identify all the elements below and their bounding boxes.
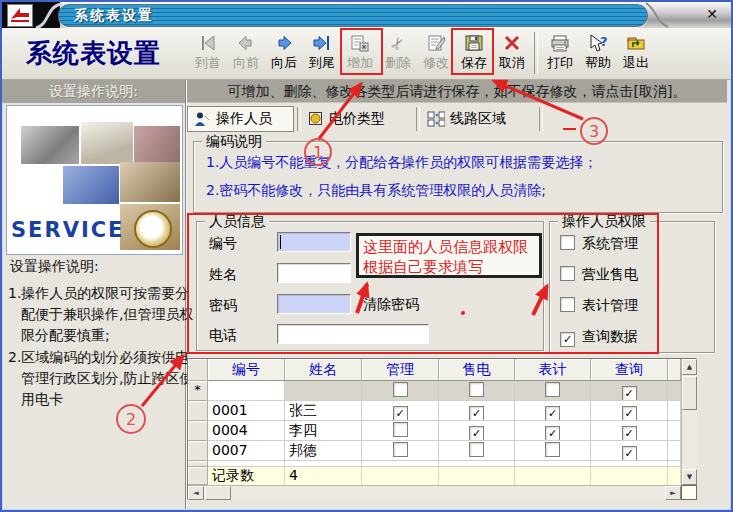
close-button[interactable]: ✕ [702,5,722,24]
row-selector[interactable] [188,421,208,441]
grid-header-query[interactable]: 查询 [591,359,668,381]
grid-checkbox[interactable]: ✓ [545,406,560,421]
coding-note-1: 1.人员编号不能重复，分配给各操作员的权限可根据需要选择； [206,154,597,172]
phone-input[interactable] [277,324,429,344]
price-type-icon [308,111,324,127]
perm-sales-checkbox[interactable] [560,266,575,281]
toolbar-button-cancel[interactable]: 取消 [493,30,531,78]
photo-tile-watch [120,204,180,250]
grid-header-id[interactable]: 编号 [208,359,285,381]
grid-header-filler [668,359,681,381]
grid-header-sales[interactable]: 售电 [439,359,515,381]
grid-checkbox[interactable]: ✓ [622,426,637,441]
perm-label: 查询数据 [582,328,638,344]
app-window: 系统表设置 ✕ 系统表设置 到首 向前 向后 到尾 增加 ✂ 删除 [0,0,733,512]
staff-name-input[interactable] [277,263,351,283]
grid-footer-row: 记录数 4 [188,467,696,485]
service-photo-collage: SERVICE [6,105,183,255]
toolbar-label: 向后 [265,56,303,70]
cell-query: ✓ [591,401,668,421]
scroll-up-button[interactable]: ▲ [682,359,697,375]
toolbar-button-modify[interactable]: 修改 [417,30,455,78]
vertical-scrollbar[interactable]: ▲ ▼ [681,359,698,485]
toolbar-button-print[interactable]: 打印 [541,30,579,78]
grid-checkbox[interactable]: ✓ [393,406,408,421]
scroll-right-button[interactable]: ► [665,486,681,500]
cell-name[interactable]: 邦德 [285,441,362,461]
perm-query-checkbox[interactable]: ✓ [560,332,575,347]
toolbar-button-help[interactable]: ? 帮助 [579,30,617,78]
cell-id[interactable]: 0007 [208,441,285,461]
cell-sales: ✓ [439,421,515,441]
horizontal-scrollbar[interactable]: ◄ ► [188,485,682,501]
grid-checkbox[interactable] [469,442,484,457]
cell-name[interactable]: 张三 [285,401,362,421]
toolbar-button-first[interactable]: 到首 [189,30,227,78]
next-icon [265,30,303,56]
cell-sales [439,381,515,401]
toolbar-label: 增加 [341,56,379,70]
grid-checkbox[interactable]: ✓ [622,406,637,421]
horizontal-scroll-thumb[interactable] [205,486,231,500]
toolbar-button-next[interactable]: 向后 [265,30,303,78]
grid-checkbox[interactable]: ✓ [469,406,484,421]
toolbar-label: 保存 [455,56,493,70]
row-selector [188,467,208,485]
toolbar-button-save[interactable]: 保存 [455,30,493,78]
grid-checkbox[interactable] [393,442,408,457]
grid-checkbox[interactable]: ✓ [545,426,560,441]
callout-3-number: 3 [589,122,599,141]
perm-system-checkbox[interactable] [560,235,575,250]
toolbar-button-exit[interactable]: 退出 [617,30,655,78]
toolbar-button-last[interactable]: 到尾 [303,30,341,78]
grid-checkbox[interactable] [393,422,408,437]
cell-id[interactable]: 0001 [208,401,285,421]
tab-operators[interactable]: 操作人员 [187,106,294,132]
vertical-scroll-thumb[interactable] [682,376,697,410]
grid-checkbox[interactable] [545,442,560,457]
grid-checkbox[interactable]: ✓ [622,446,637,461]
toolbar: 到首 向前 向后 到尾 增加 ✂ 删除 修改 保存 [185,28,731,80]
grid-checkbox[interactable]: ✓ [622,386,637,401]
cell-id[interactable] [208,381,285,401]
grid-header-name[interactable]: 姓名 [285,359,362,381]
tab-label: 电价类型 [329,110,385,128]
scroll-down-button[interactable]: ▼ [682,469,697,485]
cell-query: ✓ [591,421,668,441]
sidebar-header: 设置操作说明: [2,80,185,103]
grid-checkbox[interactable] [469,382,484,397]
row-selector[interactable] [188,401,208,421]
scroll-left-button[interactable]: ◄ [188,486,204,500]
exit-icon [617,30,655,56]
grid-checkbox[interactable] [545,382,560,397]
grid-checkbox[interactable]: ✓ [469,426,484,441]
password-input[interactable] [277,294,351,314]
cell-name[interactable]: 李四 [285,421,362,441]
tab-line-regions[interactable]: 线路区域 [421,106,535,132]
cell-filler [668,441,681,461]
cell-filler [668,421,681,441]
toolbar-button-previous[interactable]: 向前 [227,30,265,78]
clear-password-link[interactable]: 清除密码 [363,296,419,314]
cell-name[interactable] [285,381,362,401]
toolbar-label: 帮助 [579,56,617,70]
phone-label: 电话 [209,327,237,345]
photo-tile-keyboard [63,166,119,204]
cell-meter: ✓ [515,401,591,421]
toolbar-button-add[interactable]: 增加 [341,30,379,78]
row-selector[interactable] [188,441,208,461]
previous-icon [227,30,265,56]
print-icon [541,30,579,56]
cell-query: ✓ [591,381,668,401]
grid-header-meter[interactable]: 表计 [515,359,591,381]
tab-price-types[interactable]: 电价类型 [302,106,412,132]
toolbar-button-delete[interactable]: ✂ 删除 [379,30,417,78]
staff-id-input[interactable] [277,232,351,252]
grid-header-manage[interactable]: 管理 [362,359,439,381]
toolbar-label: 取消 [493,56,531,70]
perm-meter-checkbox[interactable] [560,297,575,312]
row-selector[interactable]: * [188,381,208,401]
photo-tile-pen [81,122,133,164]
grid-checkbox[interactable] [393,382,408,397]
cell-id[interactable]: 0004 [208,421,285,441]
